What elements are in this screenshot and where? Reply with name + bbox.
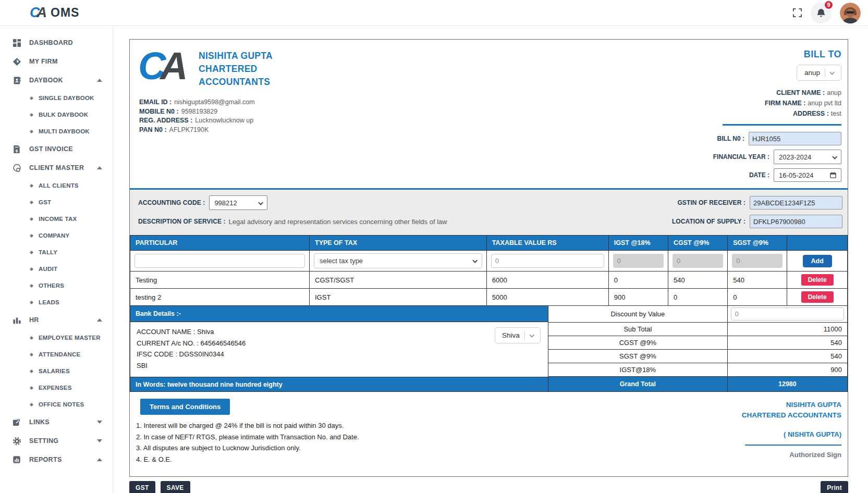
sidebar-item-my-firm[interactable]: MY FIRM xyxy=(0,52,113,71)
service-description: Legal advisory and representation servic… xyxy=(229,218,447,226)
app-logo[interactable]: CA OMS xyxy=(30,5,79,21)
bank-account-select[interactable]: Shiva xyxy=(495,327,541,343)
signature-block: NISIHITA GUPTA CHARTERED ACCOUNTANTS ( N… xyxy=(742,400,841,465)
sidebar-item-setting[interactable]: SETTING xyxy=(0,432,113,450)
grand-total-row: Grand Total 12980 xyxy=(548,377,848,392)
cell-igst: 900 xyxy=(608,289,668,306)
discount-input[interactable] xyxy=(731,307,844,321)
firm-ca-logo-icon: CA xyxy=(138,49,190,91)
sidebar-item-employee-master[interactable]: EMPLOYEE MASTER xyxy=(0,329,113,346)
fullscreen-button[interactable] xyxy=(792,8,802,18)
sidebar-label: DAYBOOK xyxy=(29,77,63,84)
dashboard-icon xyxy=(11,39,22,47)
sidebar-item-bulk-daybook[interactable]: BULK DAYBOOK xyxy=(0,106,113,123)
bank-and-totals-section: Bank Details :- ACCOUNT NAME : Shiva CUR… xyxy=(130,306,848,392)
gstin-receiver-input[interactable] xyxy=(750,196,842,209)
sidebar-item-office-notes[interactable]: OFFICE NOTES xyxy=(0,396,113,413)
sidebar-label: SETTING xyxy=(29,437,58,445)
service-band: ACCOUNTING CODE : 998212 GSTIN OF RECEIV… xyxy=(130,190,848,236)
sidebar-label: LINKS xyxy=(29,418,50,426)
sidebar: DASHBOARD MY FIRM DAYBOOK SINGLE DAYBOOK xyxy=(0,26,113,493)
chevron-up-icon xyxy=(97,166,102,169)
sidebar-item-attendance[interactable]: ATTENDANCE xyxy=(0,346,113,363)
daybook-icon xyxy=(11,76,22,85)
firm-contact-details: EMAIL ID :nishigupta9598@gmail.com MOBIL… xyxy=(139,98,273,134)
sidebar-item-income-tax[interactable]: INCOME TAX xyxy=(0,211,113,227)
date-input[interactable]: 16-05-2024 xyxy=(774,168,841,182)
particular-input[interactable] xyxy=(135,254,305,268)
sidebar-label: CLIENT MASTER xyxy=(29,164,84,171)
chevron-up-icon xyxy=(97,79,102,82)
diamond-bullet-icon xyxy=(30,300,33,304)
topbar-actions: 9 xyxy=(792,3,861,23)
sidebar-item-hr[interactable]: HR xyxy=(0,311,113,329)
add-button[interactable]: Add xyxy=(803,255,832,267)
sgst-input xyxy=(732,254,783,268)
table-header-row: PARTICULAR TYPE OF TAX TAXABLE VALUE RS … xyxy=(130,236,848,251)
discount-label: Discount by Value xyxy=(548,306,728,322)
avatar-image xyxy=(840,3,861,23)
gear-icon xyxy=(11,437,22,446)
external-link-icon xyxy=(11,418,22,426)
sidebar-item-tally[interactable]: TALLY xyxy=(0,244,113,261)
signature-line xyxy=(745,445,841,446)
diamond-bullet-icon xyxy=(30,113,33,116)
notifications-button[interactable]: 9 xyxy=(811,3,832,23)
cell-cgst: 0 xyxy=(668,289,727,306)
diamond-bullet-icon xyxy=(30,284,33,287)
sidebar-item-gst[interactable]: GST xyxy=(0,194,113,211)
invoice-card: CA NISIHITA GUPTA CHARTERED ACCOUNTANTS … xyxy=(129,39,848,477)
reports-icon xyxy=(11,455,22,464)
sidebar-item-client-master[interactable]: CLIENT MASTER xyxy=(0,158,113,177)
diamond-bullet-icon xyxy=(30,183,33,187)
cell-igst: 0 xyxy=(608,272,668,289)
sidebar-label: GST INVOICE xyxy=(29,145,73,153)
financial-year-select[interactable]: 2023-2024 xyxy=(774,150,841,164)
delete-button[interactable]: Delete xyxy=(801,274,834,286)
sidebar-item-single-daybook[interactable]: SINGLE DAYBOOK xyxy=(0,90,113,106)
user-avatar[interactable] xyxy=(840,3,861,23)
cell-taxable: 6000 xyxy=(486,272,608,289)
taxable-value-input[interactable] xyxy=(491,254,604,268)
sidebar-item-links[interactable]: LINKS xyxy=(0,413,113,432)
bill-no-input[interactable] xyxy=(749,132,841,145)
column-header: IGST @18% xyxy=(608,236,668,251)
sidebar-label: DASHBOARD xyxy=(29,39,73,46)
sidebar-item-audit[interactable]: AUDIT xyxy=(0,261,113,277)
diamond-bullet-icon xyxy=(30,386,33,389)
sidebar-item-expenses[interactable]: EXPENSES xyxy=(0,379,113,396)
cell-particular: Testing xyxy=(130,272,310,289)
sidebar-item-daybook[interactable]: DAYBOOK xyxy=(0,71,113,90)
firm-icon xyxy=(11,57,22,66)
sidebar-item-dashboard[interactable]: DASHBOARD xyxy=(0,33,113,52)
chevron-down-icon xyxy=(97,439,102,442)
diamond-bullet-icon xyxy=(30,369,33,373)
client-firm-name: anup pvt ltd xyxy=(808,100,841,107)
sidebar-item-gst-invoice[interactable]: $ GST INVOICE xyxy=(0,140,113,158)
sidebar-item-multi-daybook[interactable]: MULTI DAYBOOK xyxy=(0,123,113,140)
chevron-down-icon xyxy=(472,258,478,263)
sidebar-item-company[interactable]: COMPANY xyxy=(0,227,113,244)
sidebar-item-all-clients[interactable]: ALL CLIENTS xyxy=(0,177,113,194)
delete-button[interactable]: Delete xyxy=(801,291,834,303)
sidebar-item-salaries[interactable]: SALARIES xyxy=(0,363,113,379)
client-select[interactable]: anup xyxy=(797,65,841,81)
gst-button[interactable]: GST xyxy=(129,481,155,493)
print-button[interactable]: Print xyxy=(821,481,848,493)
notification-badge: 9 xyxy=(824,0,834,10)
sidebar-item-reports[interactable]: REPORTS xyxy=(0,450,113,469)
tax-type-select[interactable]: select tax type xyxy=(314,253,482,268)
terms-and-conditions-button[interactable]: Terms and Conditions xyxy=(140,399,230,415)
accounting-code-select[interactable]: 998212 xyxy=(209,195,267,210)
save-button[interactable]: SAVE xyxy=(161,481,190,493)
cell-sgst: 540 xyxy=(728,272,787,289)
sidebar-item-others[interactable]: OTHERS xyxy=(0,277,113,294)
column-header: SGST @9% xyxy=(728,236,787,251)
chevron-up-icon xyxy=(97,458,102,461)
sidebar-item-leads[interactable]: LEADS xyxy=(0,294,113,311)
chevron-down-icon xyxy=(529,332,534,338)
location-of-supply-input[interactable] xyxy=(750,215,842,228)
authorized-sign-label: Authorized Sign xyxy=(742,451,841,459)
cgst-input xyxy=(673,254,723,268)
client-address: test xyxy=(831,110,841,117)
